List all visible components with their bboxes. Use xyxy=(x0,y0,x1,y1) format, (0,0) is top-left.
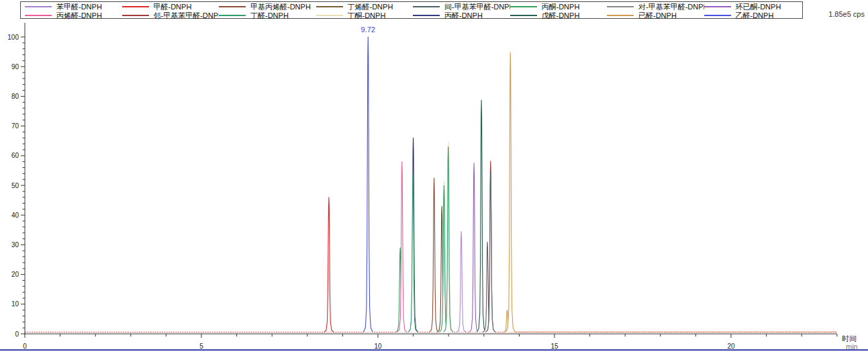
legend-entry: 间-甲基苯甲醛-DNPH xyxy=(413,3,510,11)
y-tick-label: 70 xyxy=(11,122,19,130)
legend-line-swatch xyxy=(607,15,634,16)
peak-trace xyxy=(477,100,486,332)
peak-trace xyxy=(505,52,515,333)
legend-line-swatch xyxy=(25,6,52,7)
peak-trace xyxy=(363,37,373,333)
legend-entry: 丙烯醛-DNPH xyxy=(25,11,122,19)
legend-label: 已醛-DNPH xyxy=(638,11,677,19)
legend-entry: 乙醛-DNPH xyxy=(704,11,802,19)
peak-retention-label: 9.72 xyxy=(361,26,375,34)
y-tick-label: 60 xyxy=(11,152,19,159)
legend-entry: 丁醛-DNPH xyxy=(219,11,316,19)
y-tick-label: 20 xyxy=(11,271,19,278)
legend-entry: 甲醛-DNPH xyxy=(122,3,220,11)
legend-label: 邻-甲基苯甲醛-DNPH xyxy=(154,11,220,19)
y-tick-label: 40 xyxy=(11,212,19,219)
legend-label: 间-甲基苯甲醛-DNPH xyxy=(444,3,510,11)
legend-label: 丁醛-DNPH xyxy=(250,11,289,19)
peak-trace xyxy=(324,197,334,333)
legend-label: 丁烯醛-DNPH xyxy=(348,3,393,11)
peak-trace xyxy=(456,232,466,333)
legend-line-swatch xyxy=(704,15,731,16)
legend-line-swatch xyxy=(413,6,440,7)
legend-line-swatch xyxy=(25,15,52,16)
legend: 苯甲醛-DNPH丙烯醛-DNPH甲醛-DNPH邻-甲基苯甲醛-DNPH甲基丙烯醛… xyxy=(20,1,803,19)
legend-line-swatch xyxy=(316,6,343,7)
legend-line-swatch xyxy=(316,15,343,16)
legend-entry: 丙酮-DNPH xyxy=(510,3,608,11)
legend-line-swatch xyxy=(122,15,149,16)
legend-line-swatch xyxy=(510,15,537,16)
peak-trace xyxy=(430,178,439,333)
legend-entry: 丙醛-DNPH xyxy=(413,11,510,19)
legend-entry: 邻-甲基苯甲醛-DNPH xyxy=(122,11,220,19)
peak-trace xyxy=(408,173,418,332)
legend-line-swatch xyxy=(704,6,731,7)
legend-entry: 对-甲基苯甲醛-DNPH xyxy=(607,3,704,11)
chromatogram-plot[interactable]: 0102030405060708090100051015209.72 xyxy=(0,0,868,354)
peak-trace xyxy=(397,162,407,333)
legend-label: 甲基丙烯醛-DNPH xyxy=(250,3,311,11)
legend-label: 丁酮-DNPH xyxy=(348,11,386,19)
y-tick-label: 10 xyxy=(11,300,19,308)
chromatogram-window: 0102030405060708090100051015209.72 苯甲醛-D… xyxy=(0,0,868,354)
legend-label: 乙醛-DNPH xyxy=(736,11,774,19)
y-tick-label: 80 xyxy=(11,93,19,100)
legend-label: 对-甲基苯甲醛-DNPH xyxy=(638,3,704,11)
y-tick-label: 0 xyxy=(15,330,19,338)
legend-label: 丙醛-DNPH xyxy=(444,11,483,19)
y-tick-label: 90 xyxy=(11,63,19,71)
legend-line-swatch xyxy=(122,6,149,7)
legend-entry: 环已酮-DNPH xyxy=(704,3,802,11)
intensity-scale-label: 1.85e5 cps xyxy=(828,10,865,18)
legend-line-swatch xyxy=(413,15,440,16)
legend-entry: 已醛-DNPH xyxy=(607,11,704,19)
legend-label: 环已酮-DNPH xyxy=(736,3,781,11)
peak-trace xyxy=(469,163,479,333)
legend-label: 戊醛-DNPH xyxy=(542,11,580,19)
legend-label: 丙酮-DNPH xyxy=(542,3,580,11)
y-tick-label: 30 xyxy=(11,241,19,249)
legend-entry: 戊醛-DNPH xyxy=(510,11,608,19)
legend-entry: 丁酮-DNPH xyxy=(316,11,414,19)
legend-line-swatch xyxy=(219,6,246,7)
legend-label: 丙烯醛-DNPH xyxy=(56,11,102,19)
legend-line-swatch xyxy=(510,6,537,7)
legend-entry: 苯甲醛-DNPH xyxy=(25,3,122,11)
legend-line-swatch xyxy=(607,6,634,7)
legend-entry: 甲基丙烯醛-DNPH xyxy=(219,3,316,11)
window-bottom-border xyxy=(0,349,868,351)
y-tick-label: 100 xyxy=(7,34,19,41)
legend-entry: 丁烯醛-DNPH xyxy=(316,3,414,11)
y-tick-label: 50 xyxy=(11,182,19,189)
legend-label: 苯甲醛-DNPH xyxy=(56,3,102,11)
legend-label: 甲醛-DNPH xyxy=(154,3,192,11)
legend-line-swatch xyxy=(219,15,246,16)
